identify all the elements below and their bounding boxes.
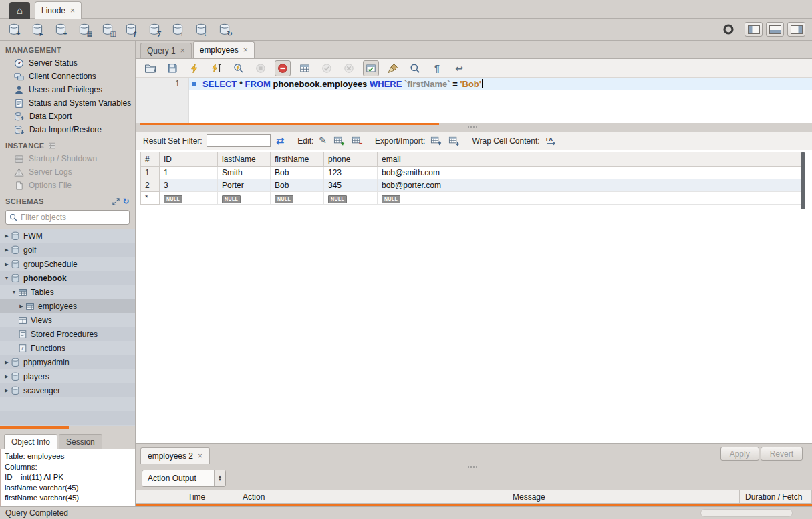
- close-result-tab-icon[interactable]: ×: [198, 451, 202, 461]
- execute-statement-icon[interactable]: [186, 60, 202, 76]
- import-records-icon[interactable]: [448, 136, 460, 146]
- edit-record-icon[interactable]: ✎: [319, 136, 327, 146]
- action-column-action[interactable]: Action: [237, 490, 507, 503]
- apply-button[interactable]: Apply: [720, 447, 759, 461]
- grid-cell[interactable]: 345: [324, 179, 378, 192]
- new-query-tab-icon[interactable]: +: [7, 21, 23, 37]
- action-column-message[interactable]: Message: [507, 490, 740, 503]
- create-view-icon[interactable]: ◫: [100, 21, 116, 37]
- show-invisibles-icon[interactable]: ¶: [429, 60, 445, 76]
- column-header-1[interactable]: ID: [160, 152, 218, 167]
- tree-node-stored-procedures[interactable]: Stored Procedures: [0, 327, 135, 341]
- editor-result-splitter[interactable]: [136, 123, 812, 132]
- grid-cell-null[interactable]: NULL: [160, 192, 218, 205]
- find-icon[interactable]: [407, 60, 423, 76]
- grid-cell[interactable]: Smith: [218, 167, 271, 179]
- result-set-filter-input[interactable]: [207, 134, 271, 147]
- schema-filter-input[interactable]: [21, 213, 126, 222]
- close-tab-icon[interactable]: ×: [180, 46, 185, 56]
- autocommit-toggle-icon[interactable]: [363, 60, 379, 76]
- action-column-icon[interactable]: [136, 490, 182, 503]
- sidebar-item-status-and-system-variables[interactable]: Status and System Variables: [0, 96, 135, 110]
- grid-cell[interactable]: Porter: [218, 179, 271, 192]
- grid-cell[interactable]: bob@smith.com: [378, 167, 802, 179]
- tree-node-golf[interactable]: ▶golf: [0, 243, 135, 257]
- tree-node-tables[interactable]: ▼Tables: [0, 285, 135, 299]
- grid-cell-null[interactable]: NULL: [324, 192, 378, 205]
- reconnect-icon[interactable]: ↻: [217, 21, 233, 37]
- sidebar-item-data-export[interactable]: Data Export: [0, 110, 135, 123]
- tree-node-views[interactable]: Views: [0, 313, 135, 327]
- rollback-icon[interactable]: [341, 60, 357, 76]
- column-header-0[interactable]: #: [141, 152, 160, 167]
- action-column-duration-fetch[interactable]: Duration / Fetch: [740, 490, 812, 503]
- open-sql-script-icon[interactable]: ▸: [30, 21, 46, 37]
- output-splitter-grip[interactable]: [468, 466, 469, 468]
- tree-node-phpmyadmin[interactable]: ▶phpmyadmin: [0, 355, 135, 369]
- tab-session[interactable]: Session: [59, 434, 102, 449]
- grid-cell-null[interactable]: NULL: [378, 192, 802, 205]
- grid-cell[interactable]: Bob: [271, 179, 324, 192]
- tree-node-players[interactable]: ▶players: [0, 369, 135, 383]
- create-function-icon[interactable]: ∑: [147, 21, 163, 37]
- tree-expand-icon[interactable]: ▶: [17, 304, 25, 309]
- execute-current-icon[interactable]: [209, 60, 225, 76]
- close-tab-icon[interactable]: ×: [243, 45, 248, 55]
- tree-node-fwm[interactable]: ▶FWM: [0, 229, 135, 243]
- connection-tab[interactable]: Linode ×: [35, 1, 82, 19]
- tree-expand-icon[interactable]: ▶: [3, 247, 11, 253]
- splitter-grip[interactable]: [468, 126, 469, 128]
- commit-icon[interactable]: [319, 60, 335, 76]
- result-tab-employees[interactable]: employees 2 ×: [140, 447, 210, 464]
- refresh-results-icon[interactable]: ⇄: [276, 136, 285, 146]
- expand-schemas-icon[interactable]: [112, 198, 120, 205]
- refresh-schemas-icon[interactable]: ↻: [123, 197, 130, 205]
- grid-cell[interactable]: 123: [324, 167, 378, 179]
- export-recordset-icon[interactable]: [430, 136, 442, 146]
- data-export-icon[interactable]: ↑: [170, 21, 186, 37]
- tree-expand-icon[interactable]: ▶: [3, 360, 11, 365]
- close-tab-icon[interactable]: ×: [70, 6, 75, 15]
- tree-expand-icon[interactable]: ▼: [3, 276, 11, 280]
- grid-cell[interactable]: 3: [160, 179, 218, 192]
- toggle-right-sidebar-icon[interactable]: [787, 22, 805, 37]
- stop-on-error-toggle-icon[interactable]: [275, 60, 291, 76]
- toggle-bottom-panel-icon[interactable]: [766, 22, 784, 37]
- tree-expand-icon[interactable]: ▶: [3, 233, 11, 239]
- tree-node-employees[interactable]: ▶employees: [0, 299, 135, 313]
- sidebar-item-client-connections[interactable]: Client Connections: [0, 70, 135, 83]
- action-output-select[interactable]: Action Output ▲▼: [142, 470, 226, 487]
- limit-rows-icon[interactable]: [297, 60, 313, 76]
- tree-node-groupschedule[interactable]: ▶groupSchedule: [0, 257, 135, 271]
- tree-expand-icon[interactable]: ▶: [3, 388, 11, 393]
- save-script-icon[interactable]: [164, 60, 180, 76]
- create-procedure-icon[interactable]: ƒ: [124, 21, 140, 37]
- beautify-script-icon[interactable]: [385, 60, 401, 76]
- create-table-icon[interactable]: ▦: [77, 21, 93, 37]
- grid-cell-null[interactable]: NULL: [271, 192, 324, 205]
- sql-editor[interactable]: 1 SELECT * FROM phonebook.employees WHER…: [136, 78, 812, 123]
- horizontal-scrollbar[interactable]: [700, 509, 793, 517]
- wrap-text-icon[interactable]: ↩: [451, 60, 467, 76]
- explain-plan-icon[interactable]: [231, 60, 247, 76]
- column-header-5[interactable]: email: [378, 152, 802, 167]
- insert-row-icon[interactable]: [333, 136, 345, 146]
- sidebar-item-server-status[interactable]: Server Status: [0, 56, 135, 70]
- editor-tab-employees[interactable]: employees×: [193, 41, 255, 58]
- toggle-left-sidebar-icon[interactable]: [745, 22, 763, 37]
- select-stepper-icon[interactable]: ▲▼: [214, 470, 225, 486]
- wrap-cell-content-icon[interactable]: I A: [545, 136, 558, 146]
- action-column-time[interactable]: Time: [182, 490, 237, 503]
- home-tab[interactable]: ⌂: [9, 2, 30, 19]
- tree-node-scavenger[interactable]: ▶scavenger: [0, 383, 135, 397]
- tree-expand-icon[interactable]: ▼: [10, 290, 18, 294]
- grid-cell[interactable]: bob@porter.com: [378, 179, 802, 192]
- column-header-4[interactable]: phone: [324, 152, 378, 167]
- sidebar-item-options-file[interactable]: Options File: [0, 179, 135, 192]
- sidebar-splitter[interactable]: [0, 426, 69, 429]
- sidebar-item-startup-shutdown[interactable]: Startup / Shutdown: [0, 152, 135, 165]
- editor-tab-query-1[interactable]: Query 1×: [140, 43, 192, 58]
- sidebar-item-users-and-privileges[interactable]: Users and Privileges: [0, 83, 135, 96]
- tree-expand-icon[interactable]: ▶: [3, 262, 11, 267]
- sidebar-item-data-import-restore[interactable]: Data Import/Restore: [0, 123, 135, 136]
